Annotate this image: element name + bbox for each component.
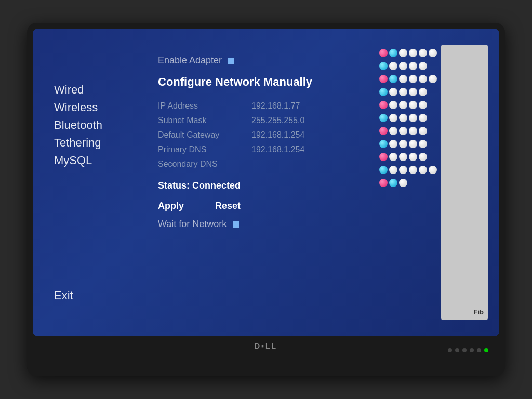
cyan-dot bbox=[379, 140, 388, 148]
white-dot bbox=[419, 75, 427, 83]
cyan-dot bbox=[379, 114, 388, 122]
pink-dot bbox=[379, 75, 388, 83]
apply-button[interactable]: Apply bbox=[158, 201, 184, 211]
default-gateway-label: Default Gateway bbox=[158, 130, 241, 140]
white-dot bbox=[389, 114, 397, 122]
dot-row bbox=[379, 47, 437, 59]
field-subnet-mask: Subnet Mask 255.255.255.0 bbox=[158, 116, 364, 125]
white-dot bbox=[389, 101, 397, 109]
field-default-gateway: Default Gateway 192.168.1.254 bbox=[158, 130, 364, 140]
monitor-btn-4[interactable] bbox=[470, 348, 474, 352]
pink-dot bbox=[379, 153, 388, 161]
sidebar-nav-container: Wired Wireless Bluetooth Tethering MySQL… bbox=[54, 81, 137, 315]
dot-row bbox=[379, 125, 437, 137]
wait-for-network-row: Wait for Network bbox=[158, 219, 364, 230]
gray-panel: Fib bbox=[441, 45, 488, 320]
status-text: Status: Connected bbox=[158, 180, 364, 191]
white-dot bbox=[399, 140, 407, 148]
white-dot bbox=[409, 49, 417, 57]
white-dot bbox=[409, 101, 417, 109]
dot-row bbox=[379, 151, 437, 163]
white-dot bbox=[419, 140, 427, 148]
white-dot bbox=[399, 114, 407, 122]
main-content: Enable Adapter Configure Network Manuall… bbox=[148, 39, 374, 325]
sidebar-item-wired[interactable]: Wired bbox=[54, 81, 137, 99]
cyan-dot bbox=[389, 75, 397, 83]
pink-dot bbox=[379, 179, 388, 187]
reset-button[interactable]: Reset bbox=[215, 201, 241, 211]
default-gateway-value[interactable]: 192.168.1.254 bbox=[251, 130, 304, 140]
monitor-btn-1[interactable] bbox=[448, 348, 452, 352]
field-primary-dns: Primary DNS 192.168.1.254 bbox=[158, 145, 364, 154]
white-dot bbox=[399, 49, 407, 57]
primary-dns-value[interactable]: 192.168.1.254 bbox=[251, 145, 304, 154]
white-dot bbox=[389, 88, 397, 96]
white-dot bbox=[419, 153, 427, 161]
white-dot bbox=[409, 88, 417, 96]
dot-row bbox=[379, 112, 437, 124]
white-dot bbox=[409, 114, 417, 122]
white-dot bbox=[399, 101, 407, 109]
sidebar-item-tethering[interactable]: Tethering bbox=[54, 134, 137, 152]
white-dot bbox=[419, 114, 427, 122]
monitor-power-indicator[interactable] bbox=[484, 348, 488, 352]
white-dot bbox=[419, 62, 427, 70]
white-dot bbox=[399, 127, 407, 135]
field-ip-address: IP Address 192.168.1.77 bbox=[158, 101, 364, 111]
pink-dot bbox=[379, 49, 388, 57]
white-dot bbox=[389, 140, 397, 148]
wait-for-network-checkbox[interactable] bbox=[233, 221, 239, 228]
monitor-btn-5[interactable] bbox=[477, 348, 481, 352]
sidebar-item-wireless[interactable]: Wireless bbox=[54, 99, 137, 116]
white-dot bbox=[429, 75, 437, 83]
secondary-dns-label: Secondary DNS bbox=[158, 159, 241, 169]
cyan-dot bbox=[379, 62, 388, 70]
enable-adapter-label: Enable Adapter bbox=[158, 55, 222, 66]
primary-dns-label: Primary DNS bbox=[158, 145, 241, 154]
screen-content: Wired Wireless Bluetooth Tethering MySQL… bbox=[33, 29, 499, 336]
white-dot bbox=[399, 179, 407, 187]
white-dot bbox=[389, 127, 397, 135]
wait-for-network-label: Wait for Network bbox=[158, 219, 227, 230]
subnet-mask-value[interactable]: 255.255.255.0 bbox=[251, 116, 304, 125]
enable-adapter-checkbox[interactable] bbox=[228, 58, 234, 64]
white-dot bbox=[409, 127, 417, 135]
dot-row bbox=[379, 73, 437, 85]
white-dot bbox=[419, 88, 427, 96]
monitor-btn-2[interactable] bbox=[455, 348, 459, 352]
sidebar-item-mysql[interactable]: MySQL bbox=[54, 152, 137, 169]
white-dot bbox=[399, 153, 407, 161]
white-dot bbox=[409, 140, 417, 148]
white-dot bbox=[419, 49, 427, 57]
cyan-dot bbox=[389, 179, 397, 187]
dot-row bbox=[379, 60, 437, 72]
action-buttons: Apply Reset bbox=[158, 201, 364, 211]
white-dot bbox=[419, 166, 427, 174]
white-dot bbox=[409, 62, 417, 70]
subnet-mask-label: Subnet Mask bbox=[158, 116, 241, 125]
monitor-buttons bbox=[448, 348, 488, 352]
pink-dot bbox=[379, 127, 388, 135]
pink-dot bbox=[379, 101, 388, 109]
ip-address-value[interactable]: 192.168.1.77 bbox=[251, 101, 300, 111]
monitor: Wired Wireless Bluetooth Tethering MySQL… bbox=[27, 23, 505, 376]
monitor-brand: D▪LL bbox=[255, 342, 277, 350]
monitor-btn-3[interactable] bbox=[462, 348, 467, 352]
sidebar: Wired Wireless Bluetooth Tethering MySQL… bbox=[44, 39, 148, 325]
enable-adapter-row: Enable Adapter bbox=[158, 55, 364, 66]
cyan-dot bbox=[389, 49, 397, 57]
exit-button[interactable]: Exit bbox=[54, 287, 137, 304]
white-dot bbox=[399, 88, 407, 96]
dot-row bbox=[379, 99, 437, 111]
sidebar-item-bluetooth[interactable]: Bluetooth bbox=[54, 116, 137, 134]
white-dot bbox=[399, 62, 407, 70]
dot-row bbox=[379, 86, 437, 98]
cyan-dot bbox=[379, 88, 388, 96]
white-dot bbox=[399, 166, 407, 174]
dot-grid bbox=[379, 45, 437, 320]
white-dot bbox=[409, 153, 417, 161]
screen: Wired Wireless Bluetooth Tethering MySQL… bbox=[33, 29, 499, 336]
fib-label: Fib bbox=[474, 308, 484, 316]
field-secondary-dns: Secondary DNS bbox=[158, 159, 364, 169]
dot-panel: Fib bbox=[374, 39, 488, 325]
